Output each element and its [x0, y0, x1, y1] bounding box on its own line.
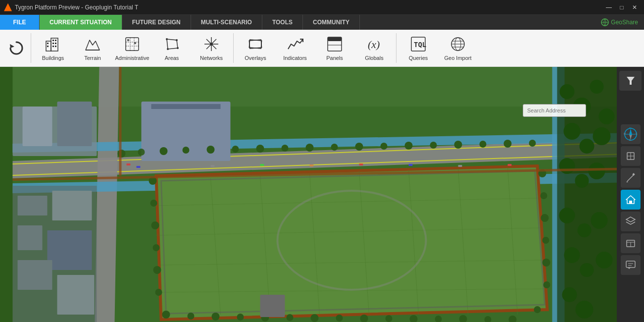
svg-point-103 [534, 306, 541, 313]
right-sidebar: N S E W [617, 67, 644, 322]
tab-future-design[interactable]: FUTURE DESIGN [122, 15, 191, 30]
tab-community[interactable]: COMMUNITY [303, 15, 360, 30]
toolbar-terrain[interactable]: Terrain [73, 32, 112, 64]
svg-point-19 [166, 38, 168, 40]
refresh-icon [7, 39, 25, 57]
maximize-button[interactable]: □ [616, 2, 627, 13]
svg-marker-170 [626, 181, 628, 182]
app-icon [4, 3, 12, 11]
svg-rect-148 [211, 165, 215, 167]
move-button[interactable] [621, 146, 641, 166]
svg-point-130 [564, 247, 580, 263]
toolbar-overlays[interactable]: Overlays [236, 32, 275, 64]
administrative-label: Administrative [115, 55, 149, 61]
panel-button[interactable] [621, 233, 641, 253]
indicators-label: Indicators [283, 55, 307, 61]
svg-point-115 [155, 289, 162, 296]
titlebar-left: Tygron Platform Preview - Geoplugin Tuto… [4, 3, 138, 11]
svg-point-74 [207, 146, 215, 154]
svg-point-128 [578, 223, 592, 237]
toolbar-buildings[interactable]: Buildings [33, 32, 73, 64]
compass-button[interactable]: N S E W [621, 124, 641, 144]
svg-point-161 [630, 133, 632, 135]
menu-tabs: FILE CURRENT SITUATION FUTURE DESIGN MUL… [0, 15, 644, 30]
svg-point-79 [331, 144, 338, 151]
svg-point-75 [232, 146, 239, 153]
svg-rect-16 [127, 39, 129, 41]
svg-point-22 [167, 48, 169, 50]
svg-point-109 [544, 281, 550, 288]
refresh-button[interactable] [4, 32, 29, 64]
chat-button[interactable] [621, 255, 641, 275]
toolbar-networks[interactable]: Networks [192, 32, 231, 64]
geo-import-label: Geo Import [444, 55, 471, 61]
svg-rect-10 [55, 43, 56, 44]
svg-rect-30 [249, 40, 261, 49]
chat-icon [625, 260, 636, 270]
svg-marker-13 [86, 40, 99, 50]
geoshare-button[interactable]: GeoShare [595, 15, 644, 30]
svg-point-111 [150, 200, 157, 207]
geo-import-icon [449, 35, 467, 53]
toolbar-globals[interactable]: (x) Globals [354, 32, 394, 64]
svg-rect-149 [260, 164, 264, 166]
svg-rect-178 [626, 261, 635, 268]
svg-point-91 [237, 314, 244, 321]
map-area[interactable]: N S E W [0, 67, 644, 322]
networks-label: Networks [200, 55, 223, 61]
panels-label: Panels [326, 55, 343, 61]
toolbar-indicators[interactable]: Indicators [275, 32, 315, 64]
globals-label: Globals [365, 55, 383, 61]
home-button[interactable] [621, 190, 641, 210]
networks-icon [202, 35, 220, 53]
svg-rect-141 [57, 275, 95, 315]
svg-rect-138 [18, 225, 43, 250]
toolbar-sep-1 [31, 33, 31, 63]
toolbar-geo-import[interactable]: Geo Import [438, 32, 478, 64]
minimize-button[interactable]: — [603, 2, 614, 13]
svg-rect-153 [458, 165, 462, 167]
search-address-input[interactable] [523, 104, 586, 117]
filter-button[interactable] [619, 71, 642, 91]
toolbar-areas[interactable]: Areas [152, 32, 192, 64]
svg-point-84 [454, 141, 462, 149]
svg-marker-51 [156, 166, 547, 320]
svg-point-106 [541, 214, 549, 222]
titlebar-controls[interactable]: — □ ✕ [603, 2, 640, 13]
svg-rect-173 [629, 201, 632, 204]
svg-rect-154 [508, 164, 512, 166]
svg-point-73 [183, 147, 190, 154]
toolbar-panels[interactable]: Panels [315, 32, 354, 64]
svg-rect-67 [57, 102, 92, 146]
svg-text:E: E [636, 132, 638, 135]
tab-multi-scenario[interactable]: MULTI-SCENARIO [191, 15, 262, 30]
svg-rect-9 [52, 43, 54, 44]
tab-tools[interactable]: TOOLS [262, 15, 303, 30]
layers-button[interactable] [621, 212, 641, 231]
svg-point-89 [188, 313, 195, 320]
svg-text:W: W [624, 132, 626, 135]
svg-point-123 [593, 127, 611, 145]
tab-file[interactable]: FILE [0, 15, 40, 30]
svg-rect-136 [18, 196, 48, 215]
close-button[interactable]: ✕ [629, 2, 640, 13]
compass-icon: N S E W [624, 127, 638, 141]
svg-point-124 [559, 158, 575, 174]
tab-current-situation[interactable]: CURRENT SITUATION [40, 15, 122, 30]
svg-rect-145 [119, 67, 122, 176]
administrative-icon [123, 35, 141, 53]
svg-rect-17 [134, 42, 136, 44]
svg-point-95 [336, 315, 343, 322]
overlays-icon [247, 35, 264, 53]
toolbar-administrative[interactable]: Administrative [112, 32, 152, 64]
toolbar-queries[interactable]: TQL Queries [398, 32, 438, 64]
svg-point-85 [480, 141, 487, 148]
svg-point-71 [138, 149, 145, 156]
svg-point-86 [504, 140, 512, 148]
draw-button[interactable] [621, 168, 641, 188]
svg-text:N: N [629, 127, 631, 129]
svg-point-72 [160, 147, 168, 155]
areas-label: Areas [165, 55, 179, 61]
svg-point-97 [386, 315, 393, 322]
svg-rect-4 [51, 38, 58, 51]
